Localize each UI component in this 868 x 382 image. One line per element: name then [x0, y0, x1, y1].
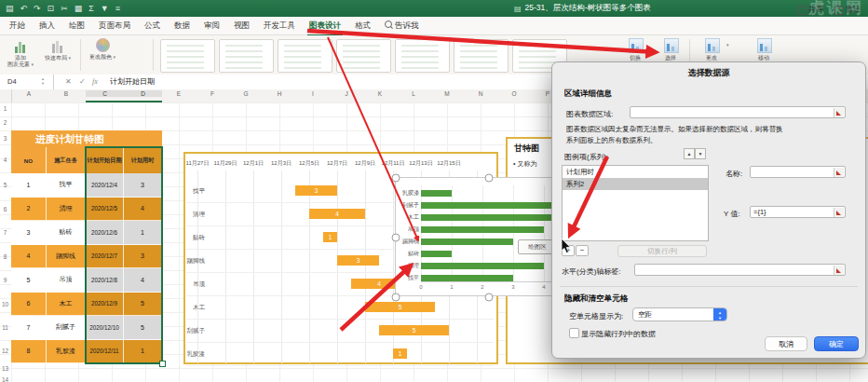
tab-插入[interactable]: 插入: [39, 20, 55, 32]
selection-handle[interactable]: [485, 174, 494, 183]
row-header-12[interactable]: 12: [0, 348, 10, 354]
add-chart-element-button[interactable]: 添加 图表元素 ▾: [4, 38, 37, 68]
show-hidden-checkbox[interactable]: [569, 328, 579, 338]
gantt-bar[interactable]: 3: [295, 185, 337, 196]
gantt-bar[interactable]: 3: [337, 255, 379, 266]
share-button[interactable]: ↑共享: [797, 4, 823, 15]
column-header-C[interactable]: C: [86, 90, 124, 97]
confirm-entry-icon[interactable]: ✓: [79, 75, 86, 89]
tab-绘图[interactable]: 绘图: [69, 20, 85, 32]
column-header-N[interactable]: N: [464, 90, 497, 97]
tab-告诉我[interactable]: 告诉我: [385, 20, 419, 32]
cancel-button[interactable]: 取消: [765, 336, 807, 351]
chart-style-thumbnail[interactable]: [336, 39, 391, 73]
chart-range-input[interactable]: [630, 106, 846, 118]
gantt-bar[interactable]: 1: [393, 348, 407, 359]
name-box[interactable]: D4: [0, 75, 54, 89]
comments-button[interactable]: ❝批注: [834, 4, 861, 15]
paste-icon[interactable]: ▦: [75, 2, 83, 15]
series-list-item[interactable]: 系列2: [563, 178, 708, 190]
selection-handle[interactable]: [392, 174, 400, 183]
cancel-entry-icon[interactable]: ✕: [65, 75, 72, 89]
chart-style-thumbnail[interactable]: [219, 39, 274, 73]
minichart-bar[interactable]: [421, 239, 513, 245]
row-header-9[interactable]: 9: [0, 277, 10, 283]
row-header-3[interactable]: 3: [0, 135, 10, 142]
chart-style-thumbnail[interactable]: [160, 39, 215, 73]
chart-style-thumbnail[interactable]: [278, 39, 332, 73]
minichart-bar[interactable]: [421, 190, 452, 197]
redo-icon[interactable]: ↷: [34, 2, 41, 15]
series-move-up-button[interactable]: ▲: [684, 148, 695, 159]
print-icon[interactable]: ⊡: [47, 2, 55, 15]
gantt-bar[interactable]: 1: [323, 232, 337, 242]
row-header-5[interactable]: 5: [0, 182, 10, 188]
gantt-bar[interactable]: 5: [365, 302, 435, 312]
sum-icon[interactable]: Σ: [88, 2, 94, 15]
selection-fill-handle[interactable]: [159, 361, 166, 367]
selection-handle[interactable]: [392, 234, 400, 242]
column-header-L[interactable]: L: [397, 90, 430, 97]
gantt-bar[interactable]: 5: [379, 325, 449, 335]
insert-function-icon[interactable]: fx: [92, 75, 98, 89]
minichart-bar[interactable]: [421, 226, 544, 233]
row-header-8[interactable]: 8: [0, 253, 10, 260]
tab-开发工具[interactable]: 开发工具: [264, 20, 295, 32]
minichart-bar[interactable]: [421, 263, 544, 269]
range-picker-icon[interactable]: [834, 168, 844, 177]
minichart-bar[interactable]: [421, 275, 513, 281]
more-icon[interactable]: ≡: [115, 2, 120, 15]
tab-开始[interactable]: 开始: [9, 20, 25, 32]
namebox-stepper[interactable]: ▲▼: [41, 76, 45, 86]
empty-cells-dropdown[interactable]: 空距▲▼: [632, 307, 727, 321]
horizontal-axis-input[interactable]: [634, 264, 846, 276]
change-colors-button[interactable]: 更改颜色 ▾: [86, 38, 119, 61]
y-values-input[interactable]: ={1}: [750, 206, 846, 218]
row-header-14[interactable]: 14: [0, 376, 10, 382]
tab-页面布局[interactable]: 页面布局: [99, 20, 130, 32]
undo-icon[interactable]: ↶: [20, 2, 28, 15]
remove-series-button[interactable]: −: [576, 245, 589, 256]
tab-图表设计[interactable]: 图表设计: [309, 20, 341, 32]
column-header-A[interactable]: A: [11, 90, 47, 97]
column-header-O[interactable]: O: [497, 90, 531, 97]
row-header-7[interactable]: 7: [0, 229, 10, 236]
save-icon[interactable]: ▤: [6, 2, 14, 15]
column-header-D[interactable]: D: [124, 90, 162, 97]
row-header-6[interactable]: 6: [0, 206, 10, 212]
column-header-B[interactable]: B: [47, 90, 86, 97]
switch-row-column-button[interactable]: 切换行/列: [617, 245, 707, 257]
tab-审阅[interactable]: 审阅: [204, 20, 220, 32]
column-header-H[interactable]: H: [263, 90, 296, 97]
row-header-13[interactable]: 13: [0, 365, 10, 372]
series-name-input[interactable]: [750, 166, 846, 178]
row-header-2[interactable]: 2: [0, 119, 10, 126]
selection-handle[interactable]: [392, 293, 400, 302]
row-header-11[interactable]: 11: [0, 324, 10, 331]
row-header-1[interactable]: 1: [0, 105, 10, 112]
column-header-F[interactable]: F: [196, 90, 229, 97]
add-series-button[interactable]: +: [562, 245, 575, 256]
range-picker-icon[interactable]: [834, 266, 844, 275]
series-move-down-button[interactable]: ▼: [695, 148, 706, 159]
ok-button[interactable]: 确定: [814, 336, 859, 351]
row-header-10[interactable]: 10: [0, 301, 10, 307]
chart-style-thumbnail[interactable]: [454, 39, 509, 73]
column-header-I[interactable]: I: [296, 90, 330, 97]
column-header-M[interactable]: M: [430, 90, 464, 97]
selection-handle[interactable]: [485, 293, 494, 302]
minichart-bar[interactable]: [421, 251, 452, 257]
chart-style-thumbnail[interactable]: [395, 39, 450, 73]
filter-icon[interactable]: ▼: [101, 2, 109, 15]
column-header-J[interactable]: J: [330, 90, 363, 97]
series-list-item[interactable]: 计划用时: [563, 166, 708, 178]
quick-layout-button[interactable]: 快速布局 ▾: [41, 38, 75, 61]
formula-value[interactable]: 计划开始日期: [110, 75, 155, 89]
column-header-K[interactable]: K: [363, 90, 397, 97]
row-header-4[interactable]: 4: [0, 157, 10, 163]
series-list[interactable]: 计划用时系列2: [562, 165, 709, 241]
column-header-G[interactable]: G: [229, 90, 263, 97]
range-picker-icon[interactable]: [834, 208, 844, 217]
tab-格式[interactable]: 格式: [355, 20, 371, 32]
column-header-E[interactable]: E: [162, 90, 196, 97]
